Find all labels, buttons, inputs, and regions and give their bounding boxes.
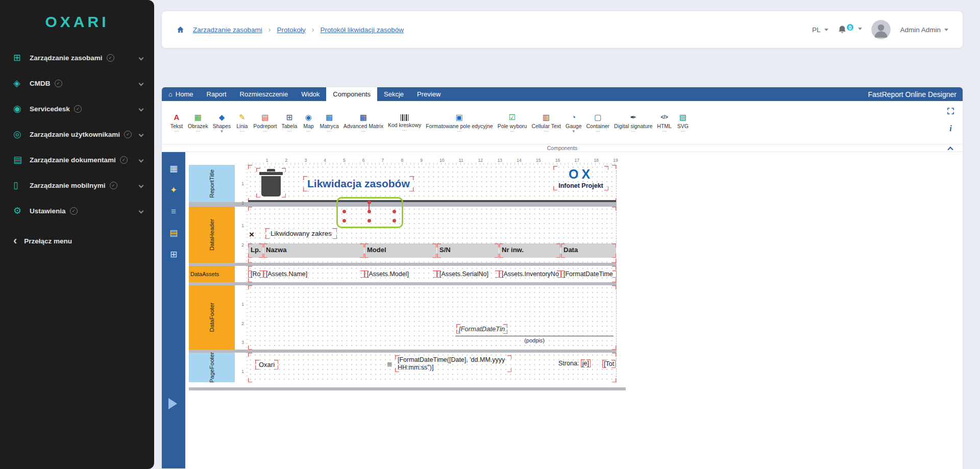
tab-widok[interactable]: Widok	[295, 87, 326, 101]
component-cellular-text[interactable]: ▥ Cellular Text ⋯	[531, 113, 561, 134]
selection-handle[interactable]	[342, 219, 346, 223]
language-selector[interactable]: PL	[812, 26, 828, 34]
component-obrazek[interactable]: ▦ Obrazek ⋯	[188, 113, 208, 134]
avatar[interactable]	[871, 20, 891, 39]
table-cell[interactable]: [Ro	[248, 270, 263, 278]
tab-sekcje[interactable]: Sekcje	[377, 87, 410, 101]
chevron-up-icon[interactable]	[947, 146, 953, 152]
fullscreen-icon[interactable]	[947, 107, 954, 115]
tab-home[interactable]: ⌂Home	[162, 87, 200, 101]
component-kod-kreskowy[interactable]: Kod kreskowy ⋯	[388, 113, 421, 133]
component-linia[interactable]: ✎ Linia ⋯	[235, 113, 249, 134]
band-content-pagefooter[interactable]: Oxari ▦ [FormatDateTime([Date], 'dd.MM.y…	[248, 353, 617, 382]
sidebar-item-ustawienia[interactable]: ⚙ Ustawienia ✓	[0, 198, 154, 224]
delete-icon[interactable]: ×	[249, 230, 254, 239]
sidebar-item-servicedesk[interactable]: ◉ Servicedesk ✓	[0, 96, 154, 121]
tab-raport[interactable]: Raport	[200, 87, 233, 101]
cellular-text-icon: ▥	[543, 113, 550, 122]
sidebar-item-cmdb[interactable]: ◈ CMDB ✓	[0, 70, 154, 96]
mobile-icon: ▯	[13, 180, 29, 191]
menu-toggle-button[interactable]: ‹ Przełącz menu	[0, 230, 154, 252]
signature-line[interactable]	[455, 336, 614, 336]
dictionary-icon[interactable]: ▤	[169, 229, 178, 237]
sidebar-item-zarządzanie-dokumentami[interactable]: ▤ Zarządzanie dokumentami ✓	[0, 147, 154, 172]
component-tekst[interactable]: A Tekst ⋯	[170, 113, 183, 134]
breadcrumb-link[interactable]: Zarządzanie zasobami	[193, 26, 262, 34]
table-cell[interactable]: [Assets.InventoryNo	[499, 270, 561, 278]
table-header-nr-inw[interactable]: Nr inw.	[499, 243, 561, 258]
copy-icon[interactable]: ⊞	[170, 250, 177, 259]
sidebar-item-zarządzanie-zasobami[interactable]: ⊞ Zarządzanie zasobami ✓	[0, 45, 154, 70]
component-tabela[interactable]: ⊞ Tabela ⋯	[281, 113, 297, 134]
breadcrumb-link[interactable]: Protokół likwidacji zasobów	[320, 26, 404, 34]
band-content-datafooter[interactable]: [FormatDateTin (podpis)	[248, 285, 617, 350]
breadcrumb-link[interactable]: Protokoły	[277, 26, 306, 34]
component-shapes[interactable]: ◆ Shapes ▾	[213, 113, 231, 134]
component-html[interactable]: </> HTML ⋯	[657, 113, 672, 134]
table-header-s-n[interactable]: S/N	[437, 243, 499, 258]
table-cell[interactable]: [Assets.SerialNo]	[437, 270, 499, 278]
band-label-dataassets[interactable]: DataAssets	[189, 266, 235, 282]
table-header-nazwa[interactable]: Nazwa	[263, 243, 364, 258]
band-content-dataassets[interactable]: [Ro[Assets.Name][Assets.Model][Assets.Se…	[248, 266, 617, 282]
table-header-data[interactable]: Data	[561, 243, 617, 258]
user-menu[interactable]: Admin Admin	[900, 26, 948, 34]
component-matryca[interactable]: ▦ Matryca ⋯	[320, 113, 338, 134]
components-toolbar: A Tekst ⋯ ▦ Obrazek ⋯ ◆ Shapes ▾ ✎ Linia…	[162, 101, 963, 144]
table-cell[interactable]: [Assets.Model]	[364, 270, 437, 278]
run-report-button[interactable]	[168, 398, 177, 409]
component-map[interactable]: ◉ Map ⋯	[302, 113, 315, 134]
footer-datetime-field[interactable]: [FormatDateTime([Date], 'dd.MM.yyyy HH:m…	[395, 355, 511, 372]
tab-rozmieszczenie[interactable]: Rozmieszczenie	[233, 87, 295, 101]
tab-preview[interactable]: Preview	[410, 87, 447, 101]
report-grid-icon[interactable]: ▦	[169, 164, 178, 173]
selection-handle[interactable]	[342, 210, 346, 213]
table-header-lp[interactable]: Lp.	[248, 243, 263, 258]
signature-label[interactable]: (podpis)	[455, 337, 614, 343]
trash-image[interactable]	[256, 168, 286, 198]
notifications-button[interactable]: 0	[838, 24, 863, 35]
table-icon: ⊞	[286, 113, 293, 122]
info-icon[interactable]: i	[949, 124, 951, 133]
selection-handle[interactable]	[368, 219, 371, 223]
band-content-dataheader[interactable]: × Likwidowany zakres Lp.NazwaModelS/NNr …	[248, 207, 617, 263]
report-title-text[interactable]: Likwidacja zasobów	[303, 176, 414, 191]
section-label[interactable]: Likwidowany zakres	[265, 228, 337, 239]
table-cell[interactable]: [Assets.Name]	[263, 270, 364, 278]
band-ruler: 123	[235, 285, 248, 350]
selection-handle[interactable]	[393, 219, 396, 223]
design-canvas[interactable]: 12345678910111213141516171819 ReportTitl…	[185, 152, 963, 468]
component-digital-signature[interactable]: ✒ Digital signature ⋯	[614, 113, 652, 134]
footer-total-pages[interactable]: [Tot	[602, 360, 616, 368]
band-label-datafooter[interactable]: DataFooter	[189, 285, 235, 350]
component-pole-wyboru[interactable]: ☑ Pole wyboru ⋯	[498, 113, 527, 134]
selection-handle[interactable]	[393, 210, 396, 213]
band-content-reporttitle[interactable]: Likwidacja zasobów OX Infonet Projekt	[248, 165, 617, 202]
component-container[interactable]: ▢ Container ⋯	[586, 113, 610, 134]
separator-line-object[interactable]	[248, 200, 617, 202]
gauge-icon: ◔	[571, 113, 576, 122]
selection-handle[interactable]	[368, 210, 371, 213]
company-logo[interactable]: OX Infonet Projekt	[553, 166, 608, 190]
band-label-dataheader[interactable]: DataHeader	[189, 207, 235, 263]
selected-object[interactable]	[336, 197, 403, 228]
table-cell[interactable]: [FormatDateTime	[561, 270, 617, 278]
structure-icon[interactable]: ≡	[171, 207, 176, 216]
footer-company-text[interactable]: Oxari	[255, 360, 278, 369]
footer-page-number[interactable]: Strona: je]	[558, 360, 591, 367]
band-label-reporttitle[interactable]: ReportTitle	[189, 165, 235, 202]
table-header-model[interactable]: Model	[364, 243, 437, 258]
component-formatowane-pole-edycyjne[interactable]: ▣ Formatowane pole edycyjne ⋯	[426, 113, 493, 134]
sidebar-item-zarządzanie-mobilnymi[interactable]: ▯ Zarządzanie mobilnymi ✓	[0, 172, 154, 198]
wizard-icon[interactable]: ✦	[170, 186, 177, 194]
component-advanced-matrix[interactable]: ▦ Advanced Matrix ⋯	[344, 113, 383, 134]
component-podreport[interactable]: ▤ Podreport ⋯	[253, 113, 277, 134]
home-icon[interactable]	[176, 26, 185, 34]
date-field[interactable]: [FormatDateTin	[456, 324, 507, 334]
component-gauge[interactable]: ◔ Gauge ▾	[566, 113, 582, 134]
selection-handle[interactable]	[368, 201, 371, 204]
band-label-pagefooter[interactable]: PageFooter	[189, 353, 235, 382]
sidebar-item-zarządzanie-użytkownikami[interactable]: ◎ Zarządzanie użytkownikami ✓	[0, 121, 154, 147]
component-svg[interactable]: ▧ SVG ⋯	[676, 113, 690, 134]
tab-components[interactable]: Components	[326, 87, 377, 101]
